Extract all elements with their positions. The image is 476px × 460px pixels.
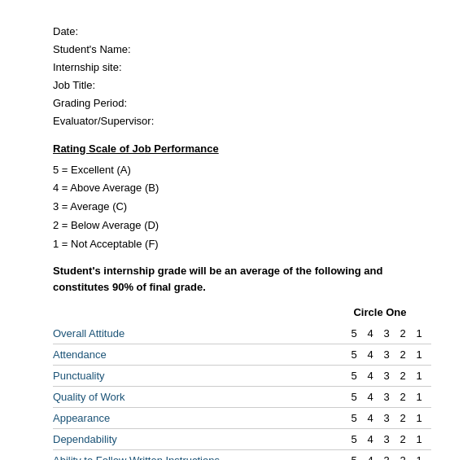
evaluator-label: Evaluator/Supervisor: xyxy=(53,112,431,130)
row-label-attendance: Attendance xyxy=(53,348,342,361)
row-scores-dependability: 5 4 3 2 1 xyxy=(342,433,431,445)
table-row: Appearance 5 4 3 2 1 xyxy=(53,408,431,429)
row-scores-quality: 5 4 3 2 1 xyxy=(342,391,431,403)
row-scores-overall-attitude: 5 4 3 2 1 xyxy=(342,327,431,340)
page-container: Date: Student's Name: Internship site: J… xyxy=(0,0,476,460)
table-row: Punctuality 5 4 3 2 1 xyxy=(53,366,431,387)
table-row: Quality of Work 5 4 3 2 1 xyxy=(53,387,431,408)
notice-text: Student's internship grade will be an av… xyxy=(53,263,431,295)
row-label-written-instructions: Ability to Follow Written Instructions xyxy=(53,454,342,460)
row-label-quality: Quality of Work xyxy=(53,391,342,403)
scale-item-1: 1 = Not Acceptable (F) xyxy=(53,235,431,254)
scale-item-5: 5 = Excellent (A) xyxy=(53,161,431,180)
table-row: Attendance 5 4 3 2 1 xyxy=(53,344,431,366)
row-scores-punctuality: 5 4 3 2 1 xyxy=(342,370,431,382)
table-row: Overall Attitude 5 4 3 2 1 xyxy=(53,323,431,344)
row-label-dependability: Dependability xyxy=(53,433,342,445)
table-row: Ability to Follow Written Instructions 5… xyxy=(53,450,431,460)
grading-table: Circle One Overall Attitude 5 4 3 2 1 At… xyxy=(53,306,431,460)
scale-item-3: 3 = Average (C) xyxy=(53,198,431,217)
row-label-punctuality: Punctuality xyxy=(53,370,342,382)
table-header-row: Circle One xyxy=(53,306,431,318)
date-label: Date: xyxy=(53,23,431,41)
row-scores-appearance: 5 4 3 2 1 xyxy=(342,412,431,424)
row-label-overall-attitude: Overall Attitude xyxy=(53,327,342,340)
row-scores-written-instructions: 5 4 3 2 1 xyxy=(342,454,431,460)
row-label-appearance: Appearance xyxy=(53,412,342,424)
circle-one-header: Circle One xyxy=(335,306,425,318)
table-row: Dependability 5 4 3 2 1 xyxy=(53,429,431,450)
rating-section: Rating Scale of Job Performance 5 = Exce… xyxy=(53,142,431,254)
rating-title: Rating Scale of Job Performance xyxy=(53,142,431,155)
student-name-label: Student's Name: xyxy=(53,41,431,59)
grading-period-label: Grading Period: xyxy=(53,94,431,112)
rating-scale: 5 = Excellent (A) 4 = Above Average (B) … xyxy=(53,161,431,254)
info-section: Date: Student's Name: Internship site: J… xyxy=(53,23,431,131)
scale-item-4: 4 = Above Average (B) xyxy=(53,179,431,198)
internship-site-label: Internship site: xyxy=(53,59,431,77)
scale-item-2: 2 = Below Average (D) xyxy=(53,217,431,235)
job-title-label: Job Title: xyxy=(53,77,431,94)
row-scores-attendance: 5 4 3 2 1 xyxy=(342,348,431,361)
